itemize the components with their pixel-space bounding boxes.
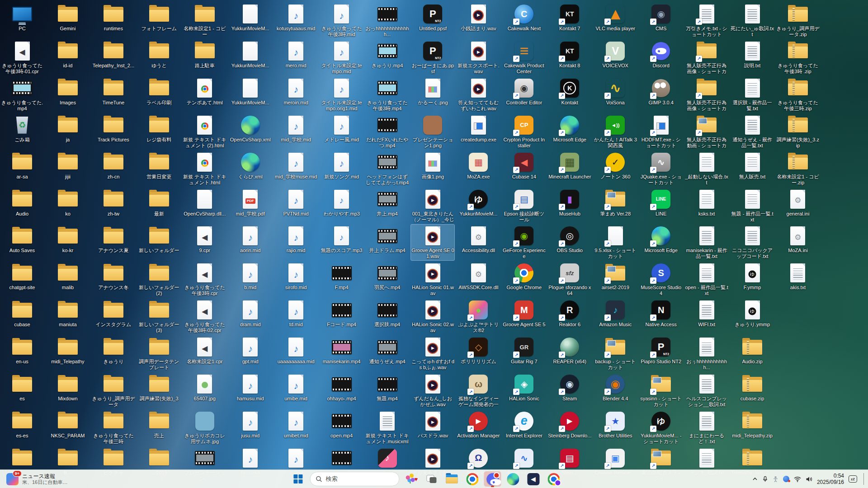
desktop-icon[interactable]: 羽尻へ.mp4	[366, 262, 409, 291]
desktop-icon[interactable]: ♪gpt.mid	[229, 336, 272, 366]
desktop-icon[interactable]: ●↗ぷよぷよ™テトリス®2	[457, 299, 500, 334]
desktop-icon[interactable]: ◎↗OBS Studio	[548, 225, 591, 254]
desktop-icon[interactable]: ♪uaaaaaaaaa.mid	[274, 336, 318, 366]
desktop-icon[interactable]: ▶ずんだもん_しおかぜふ.wav	[411, 373, 454, 408]
desktop-icon[interactable]: ♪umibet.mid	[274, 410, 318, 440]
desktop-icon[interactable]: midi_Telepathy.zip	[731, 410, 774, 440]
desktop-icon[interactable]: 井上.mp4	[366, 188, 409, 218]
desktop-icon[interactable]: 新規 テキスト ドキュメント.html	[183, 151, 226, 187]
file-explorer-button[interactable]	[443, 471, 460, 487]
desktop-icon[interactable]: きゅうり_調声用データ.zip	[776, 3, 820, 38]
desktop-icon[interactable]: ∿↗JQuake.exe - ショートカット	[639, 151, 683, 187]
desktop-icon[interactable]: Audio.zip	[731, 336, 774, 366]
desktop-icon[interactable]: ♪td.mid	[274, 299, 318, 328]
desktop-icon[interactable]: 新規 テキスト ドキュメント.musicxml	[366, 410, 409, 446]
desktop-icon[interactable]: ◀きゅうり食ってた午後3時-02.cpr	[183, 299, 226, 334]
tray-clock[interactable]: 0:54 2025/09/16	[817, 473, 844, 485]
desktop-icon[interactable]: ar-sa	[0, 151, 44, 181]
desktop-icon[interactable]: ♪無題のスコア.mp3	[320, 225, 363, 254]
desktop-icon[interactable]: createdump.exe	[457, 114, 500, 144]
desktop-icon[interactable]: 無題.mp4	[366, 373, 409, 403]
desktop-icon[interactable]: ⚙MoZA.ini	[776, 225, 820, 254]
desktop-icon[interactable]: N↗Native Access	[639, 299, 683, 328]
desktop-icon[interactable]: ゆF.ymmp	[731, 262, 774, 291]
desktop-icon[interactable]: ♪b.mid	[229, 262, 272, 291]
desktop-icon[interactable]: ◈↗HALion Sonic	[502, 373, 546, 403]
desktop-icon[interactable]: ♪mid_学校.mid	[274, 114, 318, 144]
desktop-icon[interactable]: フォトフレーム	[137, 3, 181, 33]
desktop-icon[interactable]: chatgpt-site	[0, 262, 44, 291]
desktop-icon[interactable]: zh-tw	[92, 188, 135, 218]
desktop-icon[interactable]: おぅhhhhhhhhhhhh...	[685, 336, 728, 371]
desktop-icon[interactable]: レジ袋有料	[137, 114, 181, 144]
desktop-icon[interactable]: アナウンス夏	[92, 225, 135, 254]
desktop-icon[interactable]: おっhhhhhhhhhhhhh...	[366, 3, 409, 38]
desktop-icon[interactable]: きゅうりボカコレ用サムネ.jpg	[183, 410, 226, 446]
desktop-icon[interactable]: ∿↗VoiSona	[594, 77, 637, 107]
desktop-icon[interactable]: ↗Google Chrome	[502, 262, 546, 291]
desktop-icon[interactable]: ▶新規エクスポート.wav	[457, 40, 500, 75]
desktop-icon[interactable]: 死にたい_ゅ歌詞.txt	[731, 3, 774, 38]
widgets-weather-button[interactable]: ♥	[402, 471, 420, 487]
desktop-icon[interactable]: 路上駐車	[183, 40, 226, 70]
desktop-icon[interactable]: ▶↗Steinberg Downlo...	[548, 410, 591, 440]
desktop-icon[interactable]: ◇↗ポリリリリズム	[457, 336, 500, 366]
desktop-icon[interactable]: ↗Discord	[639, 40, 683, 70]
desktop-icon[interactable]: ◉↗Steam	[548, 373, 591, 403]
desktop-icon[interactable]: 調声用データテンプレート	[137, 336, 181, 371]
desktop-icon[interactable]: cubase.zip	[731, 373, 774, 403]
desktop-icon[interactable]: ▶小銭詰まり.wav	[457, 3, 500, 33]
desktop-icon[interactable]: ゆ↗YukkuriMovieM...	[457, 188, 500, 218]
chrome-profile-button[interactable]	[545, 471, 562, 487]
desktop-icon[interactable]: 売上	[137, 410, 181, 440]
desktop-icon[interactable]: 営業日変更	[137, 151, 181, 181]
desktop-icon[interactable]: ゆうと	[137, 40, 181, 70]
desktop-icon[interactable]: きゅうり食ってた午後三時	[92, 410, 135, 446]
desktop-icon[interactable]: ♪aorin.mid	[229, 225, 272, 254]
desktop-icon[interactable]: manisekarin.mp4	[320, 336, 363, 366]
desktop-icon[interactable]: 無題 - 親作品一覧.txt	[731, 188, 774, 224]
desktop-icon[interactable]: ≡↗Cakewalk Product Center	[502, 40, 546, 75]
desktop-icon[interactable]: まにまにわーるど！.txt	[685, 410, 728, 446]
desktop-icon[interactable]: KT↗Kontakt 7	[548, 3, 591, 33]
desktop-icon[interactable]: ⚙AWSSDK.Core.dll	[457, 262, 500, 291]
desktop-icon[interactable]: Images	[46, 77, 90, 107]
desktop-icon[interactable]: ↗REAPER (x64)	[548, 336, 591, 366]
desktop-icon[interactable]: PDFmid_学校.pdf	[229, 188, 272, 218]
desktop-icon[interactable]: ♪rajio.mid	[274, 225, 318, 254]
desktop-icon[interactable]: ♪↗Amazon Music	[594, 299, 637, 328]
desktop-icon[interactable]: es-es	[0, 410, 44, 440]
desktop-icon[interactable]: PC	[0, 3, 44, 33]
widgets-news-button[interactable]: 9+ ニュース速報 米、16日に自動車…	[4, 471, 71, 487]
desktop-icon[interactable]: ↗backup - ショートカット	[594, 336, 637, 371]
desktop-icon[interactable]: e↗Internet Explorer	[502, 410, 546, 440]
desktop-icon[interactable]: Telepathy_Inst_2...	[92, 40, 135, 70]
desktop-icon[interactable]: K↗Kontakt	[548, 77, 591, 107]
desktop-icon[interactable]: id-id	[46, 40, 90, 70]
desktop-icon[interactable]: かるーく.png	[411, 77, 454, 107]
desktop-icon[interactable]: ↗無人販売不正行為 画像 - ショートカット	[685, 77, 728, 113]
discord-taskbar-button[interactable]	[484, 471, 501, 487]
desktop-icon[interactable]: ksks.txt	[685, 188, 728, 218]
desktop-icon[interactable]: ◉↗GeForce Experience	[502, 225, 546, 260]
desktop-icon[interactable]: 名称未設定1 - コピー	[183, 3, 226, 38]
desktop-icon[interactable]: NKSC_PARAM	[46, 410, 90, 440]
desktop-icon[interactable]: 新規 テキスト ドキュメント (2).html	[183, 114, 226, 150]
desktop-icon[interactable]: ◄))↗かんたん！AITalk 3 関西風	[594, 114, 637, 150]
desktop-icon[interactable]: ◀きゅうり食ってた午後3時.cpr	[183, 262, 226, 297]
desktop-icon[interactable]: きゅうり食ってた.mp4	[0, 77, 44, 113]
desktop-icon[interactable]: きゅうり_調声用データ	[92, 373, 135, 408]
desktop-icon[interactable]: 新しいフォルダー	[137, 225, 181, 254]
cubase-taskbar-button[interactable]: ◀	[524, 471, 542, 487]
desktop-icon[interactable]: くらび.xml	[229, 151, 272, 181]
desktop-icon[interactable]: ▦MoZA.exe	[457, 151, 500, 181]
desktop-icon[interactable]: ◉↗Controller Editor	[502, 77, 546, 107]
desktop-icon[interactable]: ♪meroin.mid	[274, 77, 318, 107]
desktop-icon[interactable]: ohhayo-.mp4	[320, 373, 363, 403]
desktop-icon[interactable]: 選択肢.mp4	[366, 299, 409, 328]
desktop-icon[interactable]: きゅうり.mp4	[366, 40, 409, 70]
volume-icon[interactable]	[806, 476, 812, 482]
desktop-icon[interactable]: ♪メドレー風.mid	[320, 114, 363, 144]
desktop-icon[interactable]: ↗9.5.xlsx - ショートカット	[594, 225, 637, 260]
desktop-icon[interactable]: ◉↗Blender 4.4	[594, 373, 637, 403]
